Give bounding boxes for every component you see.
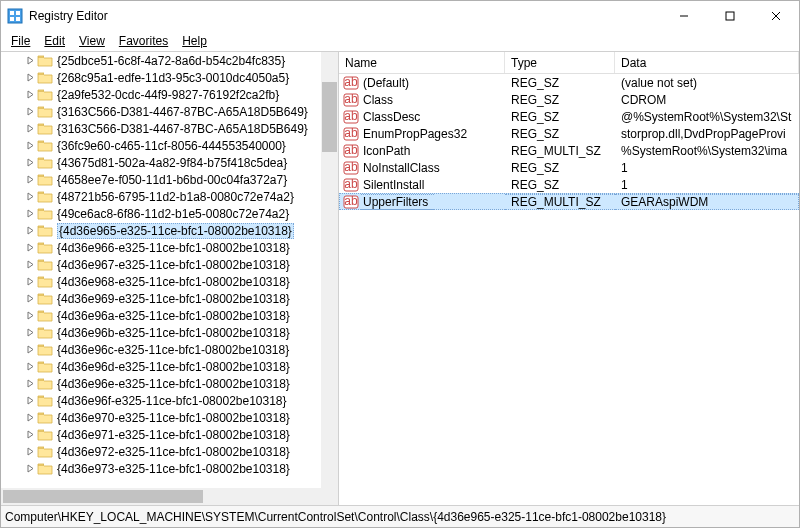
tree-node[interactable]: {2a9fe532-0cdc-44f9-9827-76192f2ca2fb} xyxy=(1,86,338,103)
value-data: %SystemRoot%\System32\ima xyxy=(615,144,799,158)
tree-node[interactable]: {3163C566-D381-4467-87BC-A65A18D5B649} xyxy=(1,103,338,120)
registry-tree[interactable]: {25dbce51-6c8f-4a72-8a6d-b54c2b4fc835}{2… xyxy=(1,52,338,488)
expand-icon[interactable] xyxy=(23,294,37,303)
tree-node[interactable]: {36fc9e60-c465-11cf-8056-444553540000} xyxy=(1,137,338,154)
tree-node[interactable]: {3163C566-D381-4467-87BC-A65A18D5B649} xyxy=(1,120,338,137)
tree-node[interactable]: {4d36e973-e325-11ce-bfc1-08002be10318} xyxy=(1,460,338,477)
registry-editor-window: Registry Editor File Edit View Favorites… xyxy=(0,0,800,528)
tree-node[interactable]: {4658ee7e-f050-11d1-b6bd-00c04fa372a7} xyxy=(1,171,338,188)
svg-text:ab: ab xyxy=(344,178,358,191)
content-area: {25dbce51-6c8f-4a72-8a6d-b54c2b4fc835}{2… xyxy=(1,51,799,505)
svg-text:ab: ab xyxy=(344,127,358,140)
expand-icon[interactable] xyxy=(23,175,37,184)
value-type: REG_MULTI_SZ xyxy=(505,144,615,158)
tree-horizontal-scrollbar[interactable] xyxy=(1,488,338,505)
folder-icon xyxy=(37,445,53,459)
tree-node[interactable]: {4d36e96e-e325-11ce-bfc1-08002be10318} xyxy=(1,375,338,392)
value-row[interactable]: abNoInstallClassREG_SZ1 xyxy=(339,159,799,176)
tree-node[interactable]: {4d36e96d-e325-11ce-bfc1-08002be10318} xyxy=(1,358,338,375)
tree-node-label: {4d36e969-e325-11ce-bfc1-08002be10318} xyxy=(57,292,290,306)
expand-icon[interactable] xyxy=(23,141,37,150)
column-header-type[interactable]: Type xyxy=(505,52,615,73)
expand-icon[interactable] xyxy=(23,447,37,456)
regedit-app-icon xyxy=(7,8,23,24)
tree-node[interactable]: {4d36e968-e325-11ce-bfc1-08002be10318} xyxy=(1,273,338,290)
tree-node[interactable]: {4d36e970-e325-11ce-bfc1-08002be10318} xyxy=(1,409,338,426)
expand-icon[interactable] xyxy=(23,209,37,218)
expand-icon[interactable] xyxy=(23,73,37,82)
value-type: REG_SZ xyxy=(505,76,615,90)
minimize-button[interactable] xyxy=(661,1,707,31)
expand-icon[interactable] xyxy=(23,396,37,405)
menu-edit[interactable]: Edit xyxy=(38,32,71,50)
tree-node[interactable]: {4d36e96f-e325-11ce-bfc1-08002be10318} xyxy=(1,392,338,409)
tree-node[interactable]: {4d36e972-e325-11ce-bfc1-08002be10318} xyxy=(1,443,338,460)
value-data: CDROM xyxy=(615,93,799,107)
close-button[interactable] xyxy=(753,1,799,31)
scrollbar-thumb[interactable] xyxy=(322,82,337,152)
expand-icon[interactable] xyxy=(23,226,37,235)
scrollbar-thumb[interactable] xyxy=(3,490,203,503)
value-row[interactable]: abEnumPropPages32REG_SZstorprop.dll,DvdP… xyxy=(339,125,799,142)
maximize-button[interactable] xyxy=(707,1,753,31)
tree-node[interactable]: {49ce6ac8-6f86-11d2-b1e5-0080c72e74a2} xyxy=(1,205,338,222)
tree-node-label: {4d36e96d-e325-11ce-bfc1-08002be10318} xyxy=(57,360,290,374)
column-header-name[interactable]: Name xyxy=(339,52,505,73)
menu-help[interactable]: Help xyxy=(176,32,213,50)
menu-favorites[interactable]: Favorites xyxy=(113,32,174,50)
expand-icon[interactable] xyxy=(23,107,37,116)
expand-icon[interactable] xyxy=(23,90,37,99)
folder-icon xyxy=(37,241,53,255)
value-row[interactable]: abIconPathREG_MULTI_SZ%SystemRoot%\Syste… xyxy=(339,142,799,159)
expand-icon[interactable] xyxy=(23,464,37,473)
menu-file[interactable]: File xyxy=(5,32,36,50)
tree-node-label: {36fc9e60-c465-11cf-8056-444553540000} xyxy=(57,139,286,153)
values-list[interactable]: ab(Default)REG_SZ(value not set)abClassR… xyxy=(339,74,799,505)
expand-icon[interactable] xyxy=(23,260,37,269)
tree-node[interactable]: {4d36e96b-e325-11ce-bfc1-08002be10318} xyxy=(1,324,338,341)
tree-node[interactable]: {4d36e967-e325-11ce-bfc1-08002be10318} xyxy=(1,256,338,273)
expand-icon[interactable] xyxy=(23,362,37,371)
expand-icon[interactable] xyxy=(23,379,37,388)
tree-node[interactable]: {4d36e965-e325-11ce-bfc1-08002be10318} xyxy=(1,222,338,239)
folder-icon xyxy=(37,224,53,238)
expand-icon[interactable] xyxy=(23,345,37,354)
svg-text:ab: ab xyxy=(344,161,358,174)
expand-icon[interactable] xyxy=(23,158,37,167)
expand-icon[interactable] xyxy=(23,243,37,252)
tree-node-label: {4658ee7e-f050-11d1-b6bd-00c04fa372a7} xyxy=(57,173,287,187)
tree-node[interactable]: {4d36e96c-e325-11ce-bfc1-08002be10318} xyxy=(1,341,338,358)
tree-node[interactable]: {268c95a1-edfe-11d3-95c3-0010dc4050a5} xyxy=(1,69,338,86)
tree-node[interactable]: {25dbce51-6c8f-4a72-8a6d-b54c2b4fc835} xyxy=(1,52,338,69)
expand-icon[interactable] xyxy=(23,277,37,286)
svg-text:ab: ab xyxy=(344,110,358,123)
value-row[interactable]: abClassREG_SZCDROM xyxy=(339,91,799,108)
tree-node[interactable]: {43675d81-502a-4a82-9f84-b75f418c5dea} xyxy=(1,154,338,171)
value-type: REG_MULTI_SZ xyxy=(505,194,615,210)
tree-node[interactable]: {4d36e969-e325-11ce-bfc1-08002be10318} xyxy=(1,290,338,307)
tree-vertical-scrollbar[interactable] xyxy=(321,52,338,488)
value-type: REG_SZ xyxy=(505,127,615,141)
value-row[interactable]: abClassDescREG_SZ@%SystemRoot%\System32\… xyxy=(339,108,799,125)
expand-icon[interactable] xyxy=(23,413,37,422)
expand-icon[interactable] xyxy=(23,328,37,337)
expand-icon[interactable] xyxy=(23,311,37,320)
value-row[interactable]: abUpperFiltersREG_MULTI_SZGEARAspiWDM xyxy=(339,193,799,210)
tree-node[interactable]: {4d36e971-e325-11ce-bfc1-08002be10318} xyxy=(1,426,338,443)
expand-icon[interactable] xyxy=(23,192,37,201)
value-row[interactable]: ab(Default)REG_SZ(value not set) xyxy=(339,74,799,91)
expand-icon[interactable] xyxy=(23,56,37,65)
string-value-icon: ab xyxy=(343,178,359,192)
svg-text:ab: ab xyxy=(344,76,358,89)
tree-node[interactable]: {4d36e96a-e325-11ce-bfc1-08002be10318} xyxy=(1,307,338,324)
tree-node-label: {4d36e973-e325-11ce-bfc1-08002be10318} xyxy=(57,462,290,476)
value-row[interactable]: abSilentInstallREG_SZ1 xyxy=(339,176,799,193)
expand-icon[interactable] xyxy=(23,430,37,439)
column-header-data[interactable]: Data xyxy=(615,52,799,73)
menu-view[interactable]: View xyxy=(73,32,111,50)
string-value-icon: ab xyxy=(343,195,359,209)
expand-icon[interactable] xyxy=(23,124,37,133)
titlebar[interactable]: Registry Editor xyxy=(1,1,799,31)
tree-node[interactable]: {4d36e966-e325-11ce-bfc1-08002be10318} xyxy=(1,239,338,256)
tree-node[interactable]: {48721b56-6795-11d2-b1a8-0080c72e74a2} xyxy=(1,188,338,205)
